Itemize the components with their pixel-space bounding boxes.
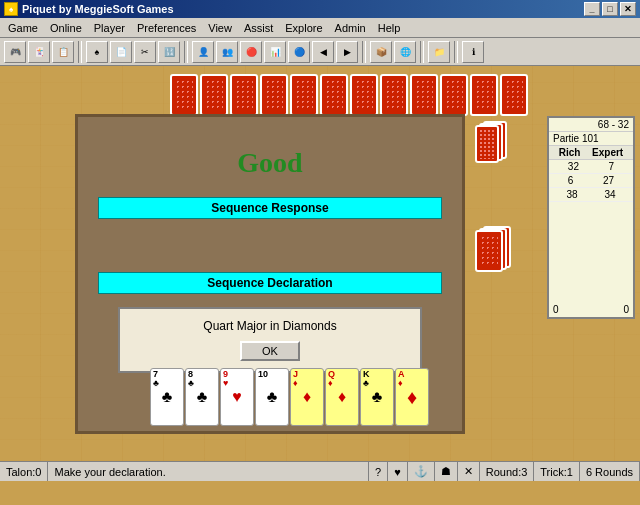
menu-admin[interactable]: Admin xyxy=(329,20,372,36)
toolbar-sep-3 xyxy=(362,41,366,63)
player-card-qd[interactable]: Q ♦ ♦ xyxy=(325,368,359,426)
toolbar-btn-8[interactable]: 👤 xyxy=(192,41,214,63)
computer-hand xyxy=(170,74,528,116)
toolbar-btn-11[interactable]: 📊 xyxy=(264,41,286,63)
score-r2-c1: 6 xyxy=(568,175,574,186)
menu-player[interactable]: Player xyxy=(88,20,131,36)
score-bottom: 0 0 xyxy=(549,302,633,317)
menu-explore[interactable]: Explore xyxy=(279,20,328,36)
title-bar-buttons: _ □ ✕ xyxy=(584,2,636,16)
score-header: 68 - 32 xyxy=(549,118,633,132)
stack-card-3 xyxy=(475,125,499,163)
toolbar-btn-10[interactable]: 🔴 xyxy=(240,41,262,63)
sequence-response-bar: Sequence Response xyxy=(98,197,442,219)
score-panel: 68 - 32 Partie 101 Rich Expert 32 7 6 27… xyxy=(547,116,635,319)
status-knight[interactable]: ☗ xyxy=(435,462,458,481)
computer-card-6 xyxy=(320,74,348,116)
score-row-3: 38 34 xyxy=(549,188,633,202)
title-bar: ♠ Piquet by MeggieSoft Games _ □ ✕ xyxy=(0,0,640,18)
player-card-jd[interactable]: J ♦ ♦ xyxy=(290,368,324,426)
menu-game[interactable]: Game xyxy=(2,20,44,36)
score-col1-header: Rich xyxy=(559,147,581,158)
computer-card-10 xyxy=(440,74,468,116)
toolbar-btn-17[interactable]: 📁 xyxy=(428,41,450,63)
toolbar-sep-5 xyxy=(454,41,458,63)
status-cross[interactable]: ✕ xyxy=(458,462,480,481)
player-card-ad[interactable]: A ♦ ♦ xyxy=(395,368,429,426)
ok-button[interactable]: OK xyxy=(240,341,300,361)
stack-card-b3 xyxy=(475,230,503,272)
menu-assist[interactable]: Assist xyxy=(238,20,279,36)
good-text: Good xyxy=(78,147,462,179)
player-card-kc[interactable]: K ♣ ♣ xyxy=(360,368,394,426)
score-col2-header: Expert xyxy=(592,147,623,158)
right-stack-top xyxy=(475,121,535,211)
score-col-headers: Rich Expert xyxy=(549,146,633,160)
computer-card-8 xyxy=(380,74,408,116)
player-card-7c[interactable]: 7 ♣ ♣ xyxy=(150,368,184,426)
score-row-1: 32 7 xyxy=(549,160,633,174)
toolbar-sep-4 xyxy=(420,41,424,63)
status-bar: Talon:0 Make your declaration. ? ♥ ⚓ ☗ ✕… xyxy=(0,461,640,481)
toolbar-btn-3[interactable]: 📋 xyxy=(52,41,74,63)
score-r2-c2: 27 xyxy=(603,175,614,186)
menu-view[interactable]: View xyxy=(202,20,238,36)
computer-card-5 xyxy=(290,74,318,116)
computer-card-9 xyxy=(410,74,438,116)
toolbar-btn-12[interactable]: 🔵 xyxy=(288,41,310,63)
menu-preferences[interactable]: Preferences xyxy=(131,20,202,36)
score-spacer xyxy=(549,202,633,302)
menu-online[interactable]: Online xyxy=(44,20,88,36)
computer-card-1 xyxy=(170,74,198,116)
status-heart[interactable]: ♥ xyxy=(388,462,408,481)
toolbar-btn-7[interactable]: 🔢 xyxy=(158,41,180,63)
app-icon: ♠ xyxy=(4,2,18,16)
right-stack-bottom xyxy=(475,226,535,326)
score-r1-c1: 32 xyxy=(568,161,579,172)
declaration-dialog: Quart Major in Diamonds OK xyxy=(118,307,422,373)
player-card-8c[interactable]: 8 ♣ ♣ xyxy=(185,368,219,426)
computer-card-2 xyxy=(200,74,228,116)
close-button[interactable]: ✕ xyxy=(620,2,636,16)
toolbar: 🎮 🃏 📋 ♠ 📄 ✂ 🔢 👤 👥 🔴 📊 🔵 ◀ ▶ 📦 🌐 📁 ℹ xyxy=(0,38,640,66)
toolbar-btn-1[interactable]: 🎮 xyxy=(4,41,26,63)
computer-card-3 xyxy=(230,74,258,116)
score-r3-c2: 34 xyxy=(604,189,615,200)
status-rounds: 6 Rounds xyxy=(580,462,640,481)
score-bottom-left: 0 xyxy=(553,304,559,315)
sequence-declaration-bar: Sequence Declaration xyxy=(98,272,442,294)
menu-help[interactable]: Help xyxy=(372,20,407,36)
toolbar-btn-5[interactable]: 📄 xyxy=(110,41,132,63)
dialog-text: Quart Major in Diamonds xyxy=(130,319,410,333)
score-partie: Partie 101 xyxy=(549,132,633,146)
score-r1-c2: 7 xyxy=(609,161,615,172)
game-area: Good Sequence Response Sequence Declarat… xyxy=(0,66,640,481)
toolbar-btn-18[interactable]: ℹ xyxy=(462,41,484,63)
computer-card-4 xyxy=(260,74,288,116)
status-talon: Talon:0 xyxy=(0,462,48,481)
score-row-2: 6 27 xyxy=(549,174,633,188)
computer-card-12 xyxy=(500,74,528,116)
status-message: Make your declaration. xyxy=(48,462,369,481)
title-bar-left: ♠ Piquet by MeggieSoft Games xyxy=(4,2,174,16)
status-anchor[interactable]: ⚓ xyxy=(408,462,435,481)
toolbar-sep-1 xyxy=(78,41,82,63)
status-q[interactable]: ? xyxy=(369,462,388,481)
maximize-button[interactable]: □ xyxy=(602,2,618,16)
status-round: Round:3 xyxy=(480,462,535,481)
toolbar-btn-6[interactable]: ✂ xyxy=(134,41,156,63)
player-card-10c[interactable]: 10 ♣ xyxy=(255,368,289,426)
toolbar-btn-4[interactable]: ♠ xyxy=(86,41,108,63)
toolbar-btn-16[interactable]: 🌐 xyxy=(394,41,416,63)
score-bottom-right: 0 xyxy=(623,304,629,315)
toolbar-btn-9[interactable]: 👥 xyxy=(216,41,238,63)
player-card-9h[interactable]: 9 ♥ ♥ xyxy=(220,368,254,426)
menu-bar: Game Online Player Preferences View Assi… xyxy=(0,18,640,38)
window-title: Piquet by MeggieSoft Games xyxy=(22,3,174,15)
minimize-button[interactable]: _ xyxy=(584,2,600,16)
computer-card-7 xyxy=(350,74,378,116)
toolbar-btn-2[interactable]: 🃏 xyxy=(28,41,50,63)
toolbar-btn-13[interactable]: ◀ xyxy=(312,41,334,63)
toolbar-btn-14[interactable]: ▶ xyxy=(336,41,358,63)
toolbar-btn-15[interactable]: 📦 xyxy=(370,41,392,63)
